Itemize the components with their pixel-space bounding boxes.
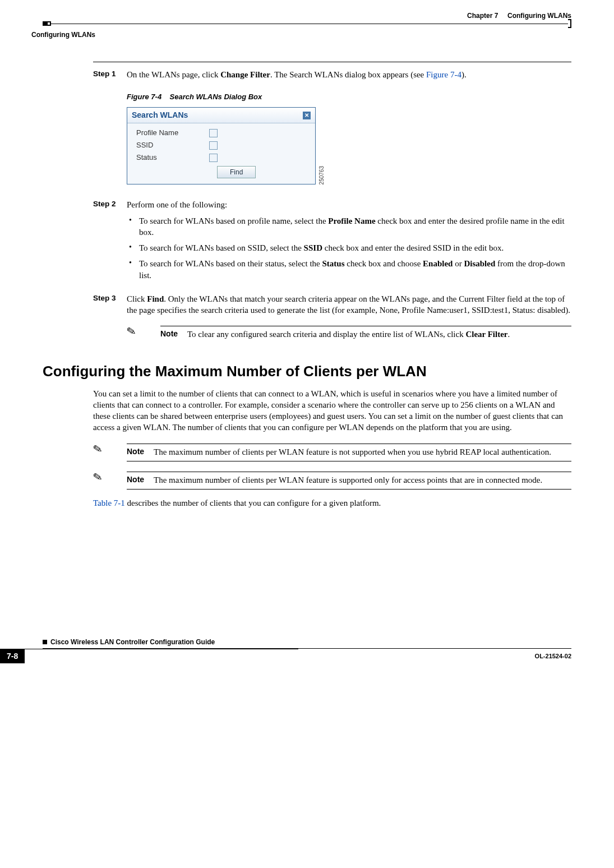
note-b-rule-bottom [127, 461, 571, 461]
page-header-left: Configuring WLANs [31, 30, 571, 39]
note-b-label: Note [127, 446, 154, 458]
step2-bullet-2: To search for WLANs based on SSID, selec… [127, 242, 571, 253]
step-1-label: Step 1 [93, 69, 127, 80]
section2-paragraph: You can set a limit to the number of cli… [93, 388, 571, 433]
s3-bold: Find [147, 294, 164, 303]
step2-bullet-3: To search for WLANs based on their statu… [127, 258, 571, 281]
page-footer: Cisco Wireless LAN Controller Configurat… [43, 638, 571, 663]
table-reference: Table 7-1 describes the number of client… [93, 497, 571, 509]
step-2: Step 2 Perform one of the following: To … [93, 199, 571, 285]
chapter-title: Configuring WLANs [507, 12, 571, 20]
figure-caption: Figure 7-4 Search WLANs Dialog Box [127, 92, 571, 102]
step1-text-pre: On the WLANs page, click [127, 70, 220, 79]
status-checkbox[interactable] [209, 154, 218, 162]
search-wlans-dialog-figure: Search WLANs ✕ Profile Name SSID Status … [127, 107, 571, 184]
profile-name-checkbox[interactable] [209, 129, 218, 137]
note-clear-filter: ✎ Note To clear any configured search cr… [127, 326, 571, 340]
step-1: Step 1 On the WLANs page, click Change F… [93, 69, 571, 80]
dialog-find-row: Find [136, 166, 312, 178]
step-3: Step 3 Click Find. Only the WLANs that m… [93, 293, 571, 316]
note-label: Note [160, 329, 187, 340]
s3-pre: Click [127, 294, 147, 303]
step2-bullet-1: To search for WLANs based on profile nam… [127, 215, 571, 238]
table-ref-post: describes the number of clients that you… [125, 498, 381, 507]
ssid-checkbox[interactable] [209, 141, 218, 150]
footer-guide-title: Cisco Wireless LAN Controller Configurat… [50, 638, 215, 647]
ssid-label: SSID [136, 140, 209, 150]
step-2-body: Perform one of the following: To search … [127, 199, 571, 285]
dialog-row-profile: Profile Name [136, 127, 312, 139]
page-number: 7-8 [0, 649, 25, 664]
body-top-rule [93, 62, 571, 62]
pencil-icon: ✎ [126, 325, 137, 338]
note-icon-col-c: ✎ [93, 472, 127, 484]
dialog-title-bar: Search WLANs ✕ [127, 108, 315, 123]
na-pre: To clear any configured search criteria … [187, 330, 465, 339]
dialog-body: Profile Name SSID Status Find [127, 123, 315, 184]
note-icon-col: ✎ [127, 326, 160, 338]
b3-pre: To search for WLANs based on their statu… [139, 259, 322, 268]
note-c-rule-bottom [127, 489, 571, 490]
status-label: Status [136, 153, 209, 163]
figure-number: Figure 7-4 [127, 93, 161, 101]
table-7-1-link[interactable]: Table 7-1 [93, 498, 125, 507]
footer-title-row: Cisco Wireless LAN Controller Configurat… [43, 638, 571, 647]
b3-bold2: Enabled [423, 259, 453, 268]
pencil-icon: ✎ [92, 471, 103, 484]
dialog-row-ssid: SSID [136, 139, 312, 151]
footer-square-icon [43, 640, 47, 644]
section-title: Configuring WLANs [31, 31, 95, 39]
b2-pre: To search for WLANs based on SSID, selec… [139, 243, 304, 252]
note-text: To clear any configured search criteria … [187, 329, 571, 340]
search-wlans-dialog: Search WLANs ✕ Profile Name SSID Status … [127, 107, 316, 184]
b3-mid1: check box and choose [345, 259, 423, 268]
header-rule [43, 21, 571, 26]
b2-post: check box and enter the desired SSID in … [322, 243, 504, 252]
step2-bullets: To search for WLANs based on profile nam… [127, 215, 571, 281]
b2-bold: SSID [304, 243, 322, 252]
note-body-c: Note The maximum number of clients per W… [127, 472, 571, 490]
main-content: Step 1 On the WLANs page, click Change F… [93, 62, 571, 509]
page-header-right: Chapter 7 Configuring WLANs [43, 11, 571, 20]
chapter-label: Chapter 7 [467, 12, 498, 20]
b3-mid2: or [453, 259, 464, 268]
pencil-icon: ✎ [92, 442, 103, 455]
note-body-b: Note The maximum number of clients per W… [127, 444, 571, 461]
note-icon-col-b: ✎ [93, 444, 127, 456]
b3-bold1: Status [322, 259, 345, 268]
na-post: . [508, 330, 510, 339]
dialog-row-status: Status [136, 151, 312, 164]
note-rule-top [160, 326, 571, 326]
step-3-label: Step 3 [93, 293, 127, 316]
profile-name-label: Profile Name [136, 128, 209, 138]
section-heading-max-clients: Configuring the Maximum Number of Client… [43, 362, 571, 381]
figure-7-4-link[interactable]: Figure 7-4 [426, 70, 461, 79]
note-body: Note To clear any configured search crit… [160, 326, 571, 340]
figure-title: Search WLANs Dialog Box [170, 93, 262, 101]
note-b-text: The maximum number of clients per WLAN f… [154, 446, 571, 458]
note-b-rule-top [127, 444, 571, 444]
footer-page-row: 7-8 OL-21524-02 [43, 649, 571, 664]
note-c-label: Note [127, 474, 154, 486]
dialog-title: Search WLANs [132, 110, 188, 121]
note-c-rule-top [127, 472, 571, 472]
b3-bold3: Disabled [464, 259, 495, 268]
doc-id: OL-21524-02 [298, 652, 571, 661]
step1-text-post: ). [461, 70, 467, 79]
step1-text-mid: . The Search WLANs dialog box appears (s… [270, 70, 426, 79]
s3-post: . Only the WLANs that match your search … [127, 294, 570, 315]
step1-bold-change-filter: Change Filter [220, 70, 270, 79]
figure-image-id: 250763 [318, 165, 326, 184]
b1-pre: To search for WLANs based on profile nam… [139, 216, 328, 225]
step2-lead: Perform one of the following: [127, 200, 227, 209]
b1-bold: Profile Name [328, 216, 375, 225]
na-bold: Clear Filter [465, 330, 507, 339]
close-icon[interactable]: ✕ [303, 112, 311, 119]
note-connected-mode: ✎ Note The maximum number of clients per… [93, 472, 571, 490]
note-hybrid-reap: ✎ Note The maximum number of clients per… [93, 444, 571, 461]
find-button[interactable]: Find [217, 166, 256, 178]
step-2-label: Step 2 [93, 199, 127, 285]
note-c-text: The maximum number of clients per WLAN f… [154, 474, 571, 486]
step-3-body: Click Find. Only the WLANs that match yo… [127, 293, 571, 316]
step-1-body: On the WLANs page, click Change Filter. … [127, 69, 571, 80]
